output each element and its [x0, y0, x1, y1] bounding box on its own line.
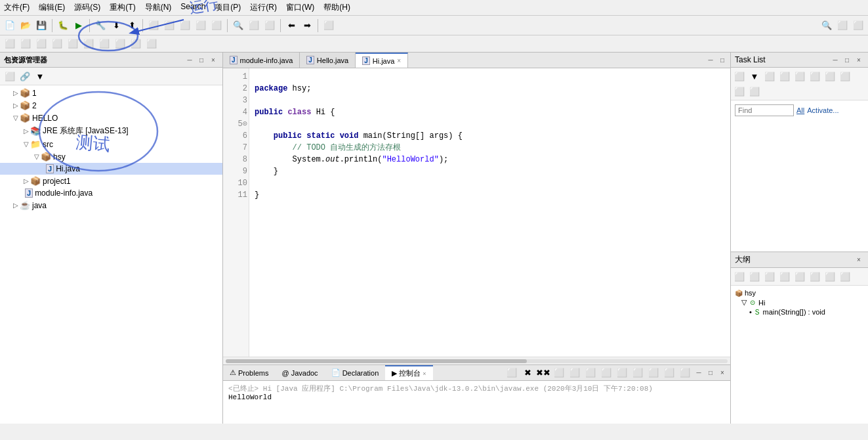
menu-refactor[interactable]: 重构(T) [110, 2, 135, 13]
outline-item-hsy[interactable]: 📦 hsy [734, 288, 865, 297]
next-annot[interactable]: ⬇ [109, 18, 123, 33]
menu-navigate[interactable]: 导航(N) [145, 2, 172, 13]
save-button[interactable]: 💾 [34, 18, 49, 33]
tree-item-1[interactable]: ▷ 📦 1 [0, 87, 222, 99]
menu-search[interactable]: Search [180, 2, 205, 13]
run-button[interactable]: ▶ [72, 18, 86, 33]
tb2-btn2[interactable]: ⬜ [18, 37, 33, 51]
h-scrollbar-thumb[interactable] [226, 359, 527, 363]
console-btn7[interactable]: ⬜ [599, 366, 613, 380]
editor-scrollbar[interactable] [223, 357, 730, 364]
menu-project[interactable]: 项目(P) [215, 2, 241, 13]
prev-annot[interactable]: ⬆ [125, 18, 139, 33]
ol-btn2[interactable]: ⬜ [747, 269, 762, 284]
toolbar-btn3[interactable]: ⬜ [178, 18, 192, 33]
tl-btn5[interactable]: ⬜ [793, 69, 807, 83]
toolbar-btn4[interactable]: ⬜ [194, 18, 208, 33]
toolbar-btn11[interactable]: ⬜ [321, 18, 336, 33]
h-scrollbar-track[interactable] [226, 359, 728, 363]
tl-btn2[interactable]: ▼ [747, 69, 762, 83]
toolbar-btn2[interactable]: ⬜ [162, 18, 176, 33]
tl-btn6[interactable]: ⬜ [808, 69, 822, 83]
toolbar-btn10[interactable]: ➡ [300, 18, 314, 33]
bottom-close-btn[interactable]: × [717, 368, 728, 378]
tb2-btn5[interactable]: ⬜ [66, 37, 80, 51]
console-btn12[interactable]: ⬜ [678, 366, 692, 380]
tree-item-hsy[interactable]: ▽ 📦 hsy [0, 150, 222, 163]
tree-item-hijava[interactable]: J Hi.java [0, 163, 222, 175]
tl-btn3[interactable]: ⬜ [762, 69, 777, 83]
outline-close[interactable]: × [854, 255, 864, 265]
tb2-btn9[interactable]: ⬜ [129, 37, 143, 51]
tab-javadoc[interactable]: @ Javadoc [275, 367, 324, 379]
tl-btn7[interactable]: ⬜ [823, 69, 837, 83]
toolbar-btn7[interactable]: ⬜ [247, 18, 261, 33]
tl-btn1[interactable]: ⬜ [732, 69, 747, 83]
ol-btn4[interactable]: ⬜ [777, 269, 792, 284]
pkg-link-btn[interactable]: 🔗 [18, 69, 32, 83]
menu-edit[interactable]: 编辑(E) [39, 2, 65, 13]
tree-item-jre[interactable]: ▷ 📚 JRE 系统库 [JavaSE-13] [0, 124, 222, 138]
pkg-close-btn[interactable]: × [208, 55, 218, 65]
menu-help[interactable]: 帮助(H) [323, 2, 350, 13]
ol-btn8[interactable]: ⬜ [838, 269, 852, 284]
console-btn6[interactable]: ⬜ [583, 366, 598, 380]
search-toolbar-btn[interactable]: 🔍 [819, 18, 834, 33]
pkg-collapse-btn[interactable]: ⬜ [3, 69, 17, 83]
toolbar-btn6[interactable]: 🔍 [231, 18, 245, 33]
tasklist-minimize[interactable]: ─ [830, 55, 840, 65]
tb2-btn3[interactable]: ⬜ [34, 37, 49, 51]
console-removeall-btn[interactable]: ✖✖ [536, 366, 550, 380]
new-button[interactable]: 📄 [3, 18, 17, 33]
tab-declaration[interactable]: 📄 Declaration [325, 366, 386, 379]
tb2-btn7[interactable]: ⬜ [97, 37, 112, 51]
tab-hello[interactable]: J Hello.java [300, 53, 356, 68]
pkg-maximize-btn[interactable]: □ [196, 55, 207, 65]
ol-btn5[interactable]: ⬜ [793, 269, 807, 284]
toolbar-btn8[interactable]: ⬜ [262, 18, 277, 33]
ol-btn3[interactable]: ⬜ [762, 269, 777, 284]
tab-hi[interactable]: J Hi.java × [356, 53, 408, 68]
ol-btn1[interactable]: ⬜ [732, 269, 747, 284]
ol-btn6[interactable]: ⬜ [808, 269, 822, 284]
tree-item-java[interactable]: ▷ ☕ java [0, 199, 222, 211]
menu-source[interactable]: 源码(S) [74, 2, 100, 13]
tasklist-maximize[interactable]: □ [842, 55, 852, 65]
all-link[interactable]: All [796, 106, 804, 114]
tl-btn9[interactable]: ⬜ [732, 84, 747, 99]
toolbar-btn1[interactable]: ⬜ [146, 18, 161, 33]
pkg-menu-btn[interactable]: ▼ [33, 69, 47, 83]
toolbar-btn5[interactable]: ⬜ [209, 18, 224, 33]
tb2-btn8[interactable]: ⬜ [113, 37, 127, 51]
tab-close-hi[interactable]: × [397, 57, 401, 64]
console-btn10[interactable]: ⬜ [646, 366, 661, 380]
tree-item-src[interactable]: ▽ 📁 src [0, 138, 222, 150]
console-btn4[interactable]: ⬜ [552, 366, 566, 380]
tl-btn10[interactable]: ⬜ [747, 84, 762, 99]
tb2-btn6[interactable]: ⬜ [81, 37, 96, 51]
tab-console[interactable]: ▶ 控制台 × [385, 365, 432, 380]
menu-run[interactable]: 运行(R) [250, 2, 277, 13]
console-terminate-btn[interactable]: ⬜ [505, 366, 519, 380]
pkg-minimize-btn[interactable]: ─ [184, 55, 195, 65]
bottom-maximize-btn[interactable]: □ [705, 368, 716, 378]
toolbar-btn9[interactable]: ⬅ [284, 18, 299, 33]
console-btn5[interactable]: ⬜ [568, 366, 582, 380]
debug-button[interactable]: 🐛 [56, 18, 70, 33]
console-close[interactable]: × [423, 370, 426, 377]
tree-item-moduleinfo[interactable]: J module-info.java [0, 187, 222, 199]
toolbar-end1[interactable]: ⬜ [835, 18, 850, 33]
tb2-btn10[interactable]: ⬜ [144, 37, 159, 51]
tl-btn4[interactable]: ⬜ [777, 69, 792, 83]
activate-link[interactable]: Activate... [807, 106, 838, 114]
menu-window[interactable]: 窗口(W) [286, 2, 314, 13]
tree-item-project1[interactable]: ▷ 📦 project1 [0, 175, 222, 187]
console-remove-btn[interactable]: ✖ [520, 366, 535, 380]
tab-module-info[interactable]: J module-info.java [223, 53, 300, 68]
editor-minimize-btn[interactable]: ─ [705, 55, 716, 66]
find-input[interactable] [735, 104, 794, 116]
outline-item-hi[interactable]: ▽ ⊙ Hi [734, 297, 865, 307]
code-editor[interactable]: package hsy; public class Hi { public st… [249, 68, 730, 357]
toolbar-end2[interactable]: ⬜ [851, 18, 865, 33]
tl-btn8[interactable]: ⬜ [838, 69, 852, 83]
